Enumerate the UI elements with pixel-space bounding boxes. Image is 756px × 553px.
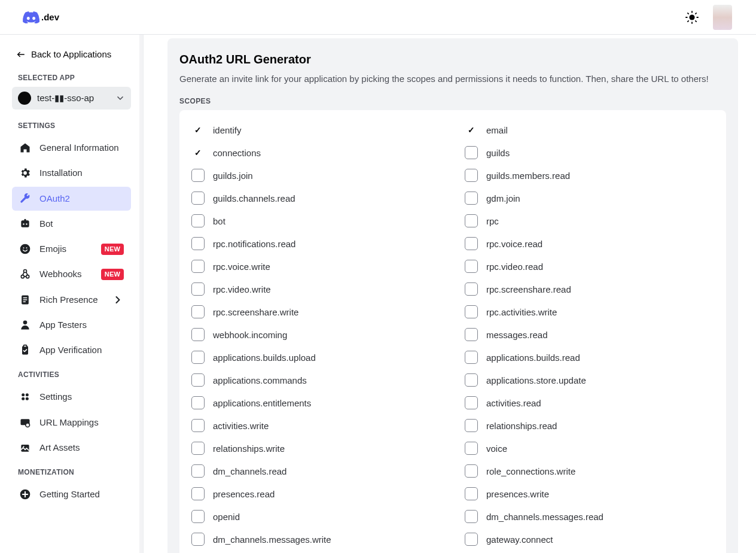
sidebar-item-general-information[interactable]: General Information	[12, 136, 131, 160]
scope-checkbox[interactable]	[191, 533, 205, 546]
scope-label: applications.store.update	[486, 375, 586, 385]
scope-checkbox[interactable]	[191, 146, 205, 159]
scope-checkbox[interactable]	[465, 260, 478, 273]
scope-checkbox[interactable]	[191, 419, 205, 432]
theme-toggle-button[interactable]	[685, 11, 699, 24]
scope-dm-channels-messages-write[interactable]: dm_channels.messages.write	[191, 528, 441, 551]
scope-openid[interactable]: openid	[191, 505, 441, 528]
sidebar-item-art-assets[interactable]: Art Assets	[12, 436, 131, 460]
scope-identify[interactable]: identify	[191, 118, 441, 141]
scope-rpc-activities-write[interactable]: rpc.activities.write	[465, 300, 714, 323]
scope-checkbox[interactable]	[191, 510, 205, 523]
scope-dm-channels-messages-read[interactable]: dm_channels.messages.read	[465, 505, 714, 528]
scope-connections[interactable]: connections	[191, 141, 441, 164]
scope-checkbox[interactable]	[465, 123, 478, 136]
scope-checkbox[interactable]	[191, 282, 205, 296]
scope-rpc-screenshare-read[interactable]: rpc.screenshare.read	[465, 278, 714, 300]
scope-checkbox[interactable]	[465, 373, 478, 387]
scope-rpc-voice-read[interactable]: rpc.voice.read	[465, 232, 714, 255]
scope-checkbox[interactable]	[465, 169, 478, 182]
scope-activities-write[interactable]: activities.write	[191, 414, 441, 437]
scope-email[interactable]: email	[465, 118, 714, 141]
scope-applications-entitlements[interactable]: applications.entitlements	[191, 391, 441, 414]
scope-checkbox[interactable]	[465, 282, 478, 296]
scope-gateway-connect[interactable]: gateway.connect	[465, 528, 714, 551]
scope-checkbox[interactable]	[191, 328, 205, 341]
scope-account-global-name-update[interactable]: account.global_name.update	[191, 551, 441, 553]
sidebar-item-getting-started[interactable]: Getting Started	[12, 482, 131, 506]
scope-rpc-video-write[interactable]: rpc.video.write	[191, 278, 441, 300]
scope-relationships-write[interactable]: relationships.write	[191, 437, 441, 460]
app-selector[interactable]: test-▮▮-sso-ap	[12, 87, 131, 110]
scope-checkbox[interactable]	[465, 510, 478, 523]
scope-webhook-incoming[interactable]: webhook.incoming	[191, 323, 441, 346]
scope-checkbox[interactable]	[465, 533, 478, 546]
scope-presences-write[interactable]: presences.write	[465, 482, 714, 505]
scope-payment-sources-country-code[interactable]: payment_sources.country_code	[465, 551, 714, 553]
scope-checkbox[interactable]	[465, 328, 478, 341]
scope-checkbox[interactable]	[465, 351, 478, 364]
scope-guilds-join[interactable]: guilds.join	[191, 164, 441, 187]
scope-rpc-voice-write[interactable]: rpc.voice.write	[191, 255, 441, 278]
scope-checkbox[interactable]	[191, 237, 205, 250]
scope-activities-read[interactable]: activities.read	[465, 391, 714, 414]
scope-checkbox[interactable]	[191, 396, 205, 409]
scope-rpc-video-read[interactable]: rpc.video.read	[465, 255, 714, 278]
scope-checkbox[interactable]	[191, 192, 205, 205]
scope-guilds[interactable]: guilds	[465, 141, 714, 164]
sidebar-item-rich-presence[interactable]: Rich Presence	[12, 288, 131, 312]
scope-checkbox[interactable]	[191, 373, 205, 387]
scope-role-connections-write[interactable]: role_connections.write	[465, 460, 714, 482]
scope-checkbox[interactable]	[191, 442, 205, 455]
scope-dm-channels-read[interactable]: dm_channels.read	[191, 460, 441, 482]
scope-checkbox[interactable]	[465, 442, 478, 455]
scope-applications-store-update[interactable]: applications.store.update	[465, 369, 714, 391]
scope-rpc-notifications-read[interactable]: rpc.notifications.read	[191, 232, 441, 255]
scope-checkbox[interactable]	[465, 237, 478, 250]
scope-checkbox[interactable]	[191, 169, 205, 182]
scope-messages-read[interactable]: messages.read	[465, 323, 714, 346]
sidebar-item-url-mappings[interactable]: URL Mappings	[12, 411, 131, 434]
scope-checkbox[interactable]	[191, 351, 205, 364]
scope-applications-builds-read[interactable]: applications.builds.read	[465, 346, 714, 369]
avatar[interactable]	[713, 5, 732, 30]
scope-bot[interactable]: bot	[191, 209, 441, 232]
scope-rpc[interactable]: rpc	[465, 209, 714, 232]
scope-applications-commands[interactable]: applications.commands	[191, 369, 441, 391]
sidebar-item-bot[interactable]: Bot	[12, 212, 131, 236]
scope-checkbox[interactable]	[465, 192, 478, 205]
scope-checkbox[interactable]	[191, 123, 205, 136]
sidebar-item-app-testers[interactable]: App Testers	[12, 313, 131, 337]
scope-checkbox[interactable]	[191, 487, 205, 500]
sidebar-item-activity-settings[interactable]: Settings	[12, 385, 131, 409]
scope-checkbox[interactable]	[465, 419, 478, 432]
scope-checkbox[interactable]	[465, 464, 478, 478]
svg-rect-22	[24, 345, 27, 347]
scope-gdm-join[interactable]: gdm.join	[465, 187, 714, 209]
scope-checkbox[interactable]	[191, 260, 205, 273]
sidebar-item-emojis[interactable]: Emojis NEW	[12, 237, 131, 261]
brand-logo[interactable]: .dev	[23, 11, 59, 23]
scope-checkbox[interactable]	[465, 146, 478, 159]
scope-checkbox[interactable]	[465, 305, 478, 318]
scope-voice[interactable]: voice	[465, 437, 714, 460]
scope-relationships-read[interactable]: relationships.read	[465, 414, 714, 437]
scope-applications-builds-upload[interactable]: applications.builds.upload	[191, 346, 441, 369]
scope-rpc-screenshare-write[interactable]: rpc.screenshare.write	[191, 300, 441, 323]
scope-checkbox[interactable]	[191, 464, 205, 478]
scope-checkbox[interactable]	[465, 396, 478, 409]
scope-guilds-members-read[interactable]: guilds.members.read	[465, 164, 714, 187]
sidebar-item-oauth2[interactable]: OAuth2	[12, 187, 131, 211]
scope-guilds-channels-read[interactable]: guilds.channels.read	[191, 187, 441, 209]
sidebar-item-installation[interactable]: Installation	[12, 161, 131, 185]
arrow-left-icon	[17, 50, 25, 59]
sidebar-item-app-verification[interactable]: App Verification	[12, 338, 131, 362]
scope-checkbox[interactable]	[191, 214, 205, 227]
scope-checkbox[interactable]	[465, 214, 478, 227]
scope-presences-read[interactable]: presences.read	[191, 482, 441, 505]
scope-checkbox[interactable]	[191, 305, 205, 318]
sidebar-item-label: General Information	[39, 142, 124, 154]
back-to-applications[interactable]: Back to Applications	[12, 42, 131, 66]
scope-checkbox[interactable]	[465, 487, 478, 500]
sidebar-item-webhooks[interactable]: Webhooks NEW	[12, 262, 131, 286]
